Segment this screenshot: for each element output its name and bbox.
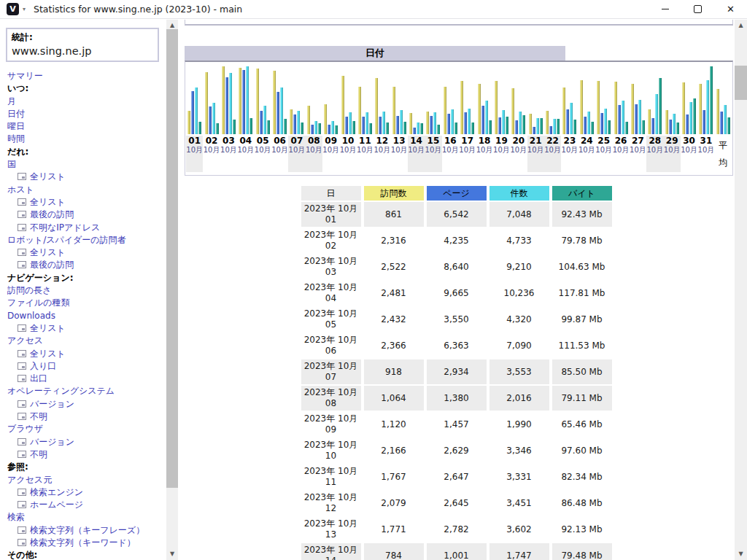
sidebar-item[interactable]: アクセス元 (0, 474, 166, 486)
sidebar-link-label[interactable]: バージョン (30, 399, 74, 409)
bytes-cell: 92.43 Mb (552, 202, 612, 227)
sidebar-item[interactable]: 月 (0, 96, 166, 108)
scroll-down-icon[interactable]: ▼ (735, 551, 747, 558)
maximize-button[interactable] (681, 0, 714, 18)
sidebar-link-label[interactable]: バージョン (30, 437, 74, 447)
sidebar-item[interactable]: オペレーティングシステム (0, 385, 166, 397)
sidebar-item[interactable]: 全リスト (0, 322, 166, 335)
app-logo-icon[interactable]: V (7, 3, 19, 15)
minimize-button[interactable] (649, 0, 681, 18)
sidebar-link-label[interactable]: 全リスト (30, 197, 66, 207)
sidebar-item[interactable]: バージョン (0, 398, 166, 411)
sidebar-item[interactable]: 不明 (0, 448, 166, 461)
sidebar-item[interactable]: ホームページ (0, 499, 166, 511)
sidebar-link-label[interactable]: サマリー (7, 71, 43, 81)
bar-group (595, 66, 612, 134)
sidebar-link-label[interactable]: アクセス元 (7, 475, 52, 485)
sidebar-link-label[interactable]: 出口 (30, 373, 47, 384)
sidebar-link-label[interactable]: 検索文字列（キーワード） (30, 537, 136, 548)
sidebar-scrollbar[interactable]: ▲ ▼ (166, 20, 178, 560)
sidebar-item[interactable]: 国 (0, 158, 166, 171)
sidebar-link-label[interactable]: 検索エンジン (30, 487, 83, 497)
sidebar-link-label[interactable]: 不明 (30, 411, 47, 421)
sidebar-item[interactable]: アクセス (0, 335, 166, 347)
sidebar-link-label[interactable]: 全リスト (30, 349, 66, 359)
day-label: 2510月 (595, 136, 612, 172)
day-number: 03 (220, 136, 237, 146)
scroll-down-icon[interactable]: ▼ (166, 551, 178, 558)
page-link-icon (18, 350, 26, 357)
main-content: 日付 0110月0210月0310月0410月0510月0610月0710月08… (178, 20, 735, 560)
main-scrollbar[interactable]: ▲ ▼ (735, 20, 747, 560)
sidebar-item[interactable]: 全リスト (0, 171, 166, 183)
sidebar-link-label[interactable]: ホスト (7, 184, 34, 195)
sidebar-item[interactable]: ブラウザ (0, 423, 166, 435)
scroll-up-icon[interactable]: ▲ (735, 22, 747, 29)
sidebar-item[interactable]: 検索エンジン (0, 486, 166, 499)
sidebar-item[interactable]: 訪問の長さ (0, 284, 166, 297)
sidebar-item[interactable]: 曜日 (0, 120, 166, 133)
sidebar-item[interactable]: 入り口 (0, 360, 166, 373)
sidebar-link-label[interactable]: 時間 (7, 133, 25, 144)
sidebar-link-label[interactable]: 訪問の長さ (7, 285, 52, 295)
date-cell: 2023年 10月 14 (301, 543, 361, 560)
sidebar-link-label[interactable]: 全リスト (30, 171, 66, 182)
sidebar-link-label[interactable]: 国 (7, 159, 16, 169)
sidebar-link-label[interactable]: 入り口 (30, 361, 56, 371)
sidebar-link-label[interactable]: 全リスト (30, 323, 66, 333)
window-titlebar: V ▾ Statistics for www.sing.ne.jp (2023-… (0, 0, 747, 19)
sidebar-item[interactable]: 最後の訪問 (0, 259, 166, 271)
sidebar-link-label[interactable]: 月 (7, 96, 16, 106)
sidebar-item[interactable]: 検索文字列（キーワード） (0, 537, 166, 549)
sidebar-item[interactable]: ロボット/スパイダーの訪問者 (0, 234, 166, 246)
month-label: 10月 (561, 146, 578, 154)
month-label: 10月 (186, 146, 203, 154)
sidebar-link-label[interactable]: 検索 (7, 512, 25, 522)
sidebar-link-label[interactable]: ファイルの種類 (7, 298, 69, 308)
sidebar-scroll-thumb[interactable] (166, 29, 178, 488)
sidebar-link-label[interactable]: 不明 (30, 449, 47, 459)
sidebar-link-label[interactable]: Downloads (7, 311, 55, 321)
sidebar-link-label[interactable]: 最後の訪問 (30, 260, 74, 270)
sidebar-item[interactable]: 出口 (0, 373, 166, 385)
sidebar-item[interactable]: 全リスト (0, 348, 166, 360)
sidebar-link-label[interactable]: ホームページ (30, 499, 83, 510)
sidebar-link-label[interactable]: アクセス (7, 335, 43, 346)
sidebar-item[interactable]: 全リスト (0, 196, 166, 209)
sidebar-item[interactable]: ファイルの種類 (0, 297, 166, 309)
day-number: 31 (697, 136, 714, 146)
sidebar-item[interactable]: 全リスト (0, 246, 166, 259)
sidebar-item[interactable]: ホスト (0, 184, 166, 196)
table-row: 2023年 10月 122,0792,6453,45186.48 Mb (301, 491, 612, 516)
sidebar-item[interactable]: 不明 (0, 411, 166, 423)
close-button[interactable]: ✕ (714, 0, 747, 18)
sidebar-link-label[interactable]: 最後の訪問 (30, 209, 74, 219)
bar-group (561, 66, 578, 134)
bar-訪問数 (426, 112, 429, 134)
sidebar-item[interactable]: 検索 (0, 511, 166, 524)
scroll-up-icon[interactable]: ▲ (166, 22, 178, 29)
bytes-cell: 85.50 Mb (552, 359, 612, 384)
sidebar-link-label[interactable]: 全リスト (30, 247, 66, 257)
day-label: 2110月 (527, 136, 544, 172)
bytes-cell: 111.53 Mb (552, 333, 612, 358)
bar-バイト (489, 120, 492, 134)
sidebar-link-label[interactable]: オペレーティングシステム (7, 386, 115, 396)
sidebar-item[interactable]: 最後の訪問 (0, 209, 166, 221)
sidebar-item[interactable]: 検索文字列（キーフレーズ） (0, 524, 166, 537)
sidebar-item[interactable]: 日付 (0, 108, 166, 120)
sidebar-link-label[interactable]: ロボット/スパイダーの訪問者 (7, 235, 126, 245)
sidebar-item[interactable]: バージョン (0, 436, 166, 448)
sidebar-item[interactable]: サマリー (0, 70, 166, 82)
sidebar-link-label[interactable]: 不明なIPアドレス (30, 222, 100, 233)
main-scroll-thumb[interactable] (735, 66, 747, 100)
bar-group (408, 66, 425, 134)
sidebar-link-label[interactable]: 曜日 (7, 121, 25, 131)
sidebar-link-label[interactable]: ブラウザ (7, 424, 43, 434)
sidebar-item[interactable]: Downloads (0, 310, 166, 322)
sidebar-link-label[interactable]: 検索文字列（キーフレーズ） (30, 525, 144, 535)
sidebar-link-label[interactable]: 日付 (7, 109, 25, 119)
sidebar-item[interactable]: 不明なIPアドレス (0, 222, 166, 234)
sidebar-item[interactable]: 時間 (0, 133, 166, 145)
menu-caret-icon[interactable]: ▾ (23, 6, 26, 12)
